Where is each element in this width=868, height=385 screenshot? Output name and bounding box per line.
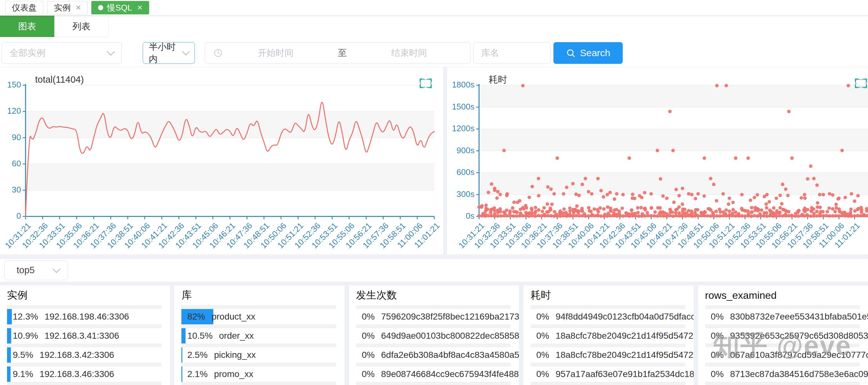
stat-item-percent: 0% bbox=[536, 312, 549, 322]
stat-column: 库82%product_xx10.5%order_xx2.5%picking_x… bbox=[174, 285, 344, 385]
stat-item: 0%8713ec87da384516d758e3e6ac09086d bbox=[705, 366, 860, 382]
top5-select[interactable]: top5 bbox=[4, 260, 68, 280]
stat-item: 0%935392e653c25979c65d308d805309e4 bbox=[705, 328, 860, 344]
row-separator bbox=[356, 324, 510, 328]
tab-chart-view[interactable]: 图表 bbox=[0, 15, 54, 37]
box-select-icon[interactable] bbox=[420, 79, 431, 88]
tab-slow-sql-label: 慢SQL bbox=[107, 2, 132, 13]
tab-slow-sql[interactable]: 慢SQL × bbox=[91, 1, 149, 14]
stat-item-value: 067a610a3f8797cd59a29ec10777c6e4 bbox=[730, 350, 868, 360]
stat-item-value: 7596209c38f25f8bec12169ba2173fa4 bbox=[381, 312, 519, 322]
stat-item-value: picking_xx bbox=[214, 350, 256, 360]
stat-item-percent: 0% bbox=[362, 350, 375, 360]
row-separator bbox=[181, 324, 336, 328]
tab-dashboard[interactable]: 仪表盘 bbox=[5, 1, 43, 14]
clock-icon bbox=[213, 48, 223, 58]
box-select-icon[interactable] bbox=[856, 79, 866, 88]
close-icon[interactable]: × bbox=[137, 3, 142, 12]
percentage-bar bbox=[7, 347, 11, 363]
stat-item-value: 18a8cfc78be2049c21d14f95d54722b2 bbox=[556, 331, 694, 341]
range-separator-label: 至 bbox=[338, 47, 347, 59]
row-separator bbox=[7, 363, 162, 366]
stat-column-header: 实例 bbox=[7, 285, 162, 305]
instance-select-placeholder: 全部实例 bbox=[9, 47, 45, 59]
stat-item: 0%6dfa2e6b308a4bf8ac4c83a4580a540d bbox=[356, 347, 510, 363]
stat-item-value: 89e08746684cc9ec675943f4fe488b72 bbox=[381, 369, 519, 379]
percentage-bar bbox=[181, 347, 182, 363]
stat-item: 2.5%picking_xx bbox=[181, 347, 336, 363]
tab-instance[interactable]: 实例 × bbox=[47, 1, 88, 14]
row-separator bbox=[530, 382, 685, 385]
stat-item: 9.5%192.168.3.42:3306 bbox=[7, 347, 162, 363]
search-button-label: Search bbox=[580, 47, 610, 58]
percentage-bar bbox=[7, 328, 11, 344]
row-separator bbox=[7, 344, 162, 347]
instance-select[interactable]: 全部实例 bbox=[2, 42, 122, 64]
stat-item-value: 8713ec87da384516d758e3e6ac09086d bbox=[730, 369, 868, 379]
row-separator bbox=[705, 382, 860, 385]
duration-scatter-chart[interactable] bbox=[447, 67, 868, 254]
stat-item: 0%18a8cfc78be2049c21d14f95d54722b2 bbox=[530, 347, 685, 363]
close-icon[interactable]: × bbox=[76, 3, 81, 12]
stat-item-percent: 0% bbox=[362, 331, 375, 341]
percentage-bar bbox=[181, 366, 182, 382]
stat-item-percent: 0% bbox=[536, 369, 549, 379]
stat-column-header: 库 bbox=[181, 285, 336, 305]
view-tabs: 图表 列表 bbox=[0, 15, 868, 39]
stat-item: 82%product_xx bbox=[181, 309, 336, 324]
stat-column: rows_examined0%830b8732e7eee553431bfaba5… bbox=[698, 285, 868, 385]
stat-item: 10.5%order_xx bbox=[181, 328, 336, 344]
total-line-chart[interactable] bbox=[0, 67, 443, 254]
stat-item-value: promo_xx bbox=[214, 369, 253, 379]
charts-section bbox=[0, 67, 868, 254]
end-time-input[interactable]: 结束时间 bbox=[356, 47, 462, 59]
search-button[interactable]: Search bbox=[553, 42, 623, 64]
stat-column: 实例12.3%192.168.198.46:330610.9%192.168.3… bbox=[0, 285, 170, 385]
row-separator bbox=[705, 305, 860, 309]
stat-item-percent: 0% bbox=[711, 331, 724, 341]
start-time-input[interactable]: 开始时间 bbox=[223, 47, 328, 59]
stat-item-percent: 9.5% bbox=[13, 350, 33, 360]
stat-item: 0%957a17aaf63e07e91b1fa2534dc18cd6 bbox=[530, 366, 685, 382]
percentage-bar bbox=[181, 328, 186, 344]
row-separator bbox=[7, 382, 162, 385]
datetime-range-picker[interactable]: 开始时间 至 结束时间 bbox=[205, 42, 470, 64]
row-separator bbox=[705, 324, 860, 328]
top5-stats-columns: 实例12.3%192.168.198.46:330610.9%192.168.3… bbox=[0, 285, 868, 385]
stat-item-value: 18a8cfc78be2049c21d14f95d54722b2 bbox=[556, 350, 694, 360]
row-separator bbox=[356, 363, 510, 366]
stat-item-percent: 0% bbox=[536, 331, 549, 341]
stat-item-value: 192.168.3.46:3306 bbox=[40, 369, 114, 379]
stat-item: 2.1%promo_xx bbox=[181, 366, 336, 382]
stat-item: 0%830b8732e7eee553431bfaba501e524e bbox=[705, 309, 860, 324]
row-separator bbox=[705, 363, 860, 366]
row-separator bbox=[530, 305, 685, 309]
stat-column: 耗时0%94f8dd4949c0123cfb04a0d75dfacc820%18… bbox=[523, 285, 693, 385]
stat-item-value: product_xx bbox=[211, 312, 255, 322]
stat-item-percent: 0% bbox=[711, 312, 724, 322]
stat-item: 0%649d9ae00103bc800822dec8585839ad bbox=[356, 328, 510, 344]
stat-item: 0%7596209c38f25f8bec12169ba2173fa4 bbox=[356, 309, 510, 324]
stat-column-header: 发生次数 bbox=[356, 285, 510, 305]
row-separator bbox=[530, 324, 685, 328]
time-range-select[interactable]: 半小时内 bbox=[143, 42, 195, 64]
row-separator bbox=[181, 344, 336, 347]
tab-dashboard-label: 仪表盘 bbox=[12, 2, 37, 13]
stat-item-value: 649d9ae00103bc800822dec8585839ad bbox=[381, 331, 519, 341]
row-separator bbox=[530, 344, 685, 347]
database-name-input[interactable]: 库名 bbox=[473, 42, 551, 64]
chevron-down-icon bbox=[107, 47, 115, 56]
stat-item-value: 935392e653c25979c65d308d805309e4 bbox=[730, 331, 868, 341]
stat-item-value: 192.168.3.42:3306 bbox=[40, 350, 114, 360]
top5-row: top5 bbox=[0, 259, 868, 282]
row-separator bbox=[705, 344, 860, 347]
stat-item-value: order_xx bbox=[219, 331, 254, 341]
section-divider bbox=[0, 282, 868, 285]
tab-list-view[interactable]: 列表 bbox=[54, 15, 108, 37]
row-separator bbox=[356, 305, 510, 309]
duration-chart-card bbox=[447, 67, 868, 254]
stat-item-percent: 9.1% bbox=[13, 369, 33, 379]
section-divider bbox=[0, 254, 868, 259]
stat-item-percent: 0% bbox=[536, 350, 549, 360]
time-range-value: 半小时内 bbox=[149, 41, 183, 65]
